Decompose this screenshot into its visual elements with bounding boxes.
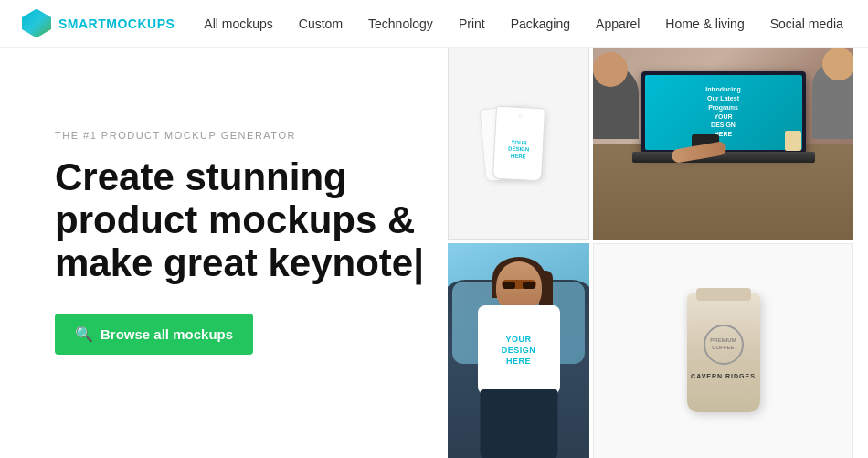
- nav-link-home-living[interactable]: Home & living: [665, 16, 744, 31]
- cta-label: Browse all mockups: [101, 326, 233, 342]
- logo-icon: [22, 9, 51, 38]
- mockup-grid: YOURDESIGNHERE YOURDESIGNHERE Introducin…: [448, 48, 868, 458]
- cta-icon: 🔍: [75, 325, 93, 343]
- bag-brand-label: CAVERN RIDGES: [691, 372, 756, 382]
- nav-link-custom[interactable]: Custom: [299, 16, 343, 31]
- hero-title: Create stunning product mockups & make g…: [55, 155, 439, 284]
- mockup-product-tags: YOURDESIGNHERE YOURDESIGNHERE: [448, 48, 589, 240]
- tshirt-design-text: YOURDESIGNHERE: [502, 335, 536, 367]
- coffee-bag-visual: PREMIUMCOFFEE CAVERN RIDGES: [687, 293, 760, 412]
- hero-eyebrow: THE #1 PRODUCT MOCKUP GENERATOR: [55, 130, 439, 141]
- hero-text-block: THE #1 PRODUCT MOCKUP GENERATOR Create s…: [55, 102, 439, 355]
- nav-link-packaging[interactable]: Packaging: [511, 16, 570, 31]
- mockup-coffee-bag: PREMIUMCOFFEE CAVERN RIDGES: [593, 243, 853, 458]
- bag-circle-text: PREMIUMCOFFEE: [710, 337, 736, 352]
- nav-link-all-mockups[interactable]: All mockups: [204, 16, 272, 31]
- logo-text: SMARTMOCKUPS: [58, 16, 175, 31]
- nav-links: All mockups Custom Technology Print Pack…: [204, 16, 843, 31]
- logo[interactable]: SMARTMOCKUPS: [22, 9, 175, 38]
- nav-link-technology[interactable]: Technology: [368, 16, 433, 31]
- mockup-laptop: IntroducingOur LatestProgramsYOURDESIGNH…: [593, 48, 853, 240]
- navigation: SMARTMOCKUPS All mockups Custom Technolo…: [0, 0, 868, 48]
- browse-all-mockups-button[interactable]: 🔍 Browse all mockups: [55, 314, 253, 355]
- nav-link-social-media[interactable]: Social media: [770, 16, 843, 31]
- nav-link-print[interactable]: Print: [459, 16, 485, 31]
- nav-link-apparel[interactable]: Apparel: [596, 16, 640, 31]
- hero-section: THE #1 PRODUCT MOCKUP GENERATOR Create s…: [0, 48, 868, 458]
- mockup-tshirt: YOURDESIGNHERE: [448, 243, 589, 458]
